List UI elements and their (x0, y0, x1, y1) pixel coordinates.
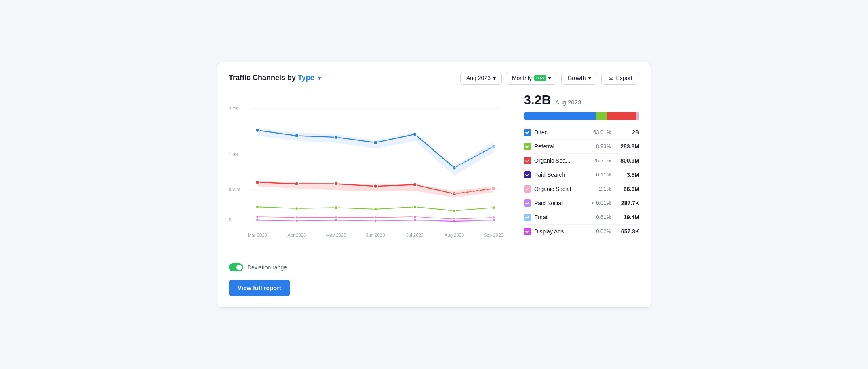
chart-area: 3.7B 1.9B 950M 0 Mar 2023 Apr 2023 May 2… (229, 93, 514, 296)
dot-social-jun (374, 216, 377, 219)
legend-item-name: Referral (534, 143, 586, 150)
legend-item[interactable]: Organic Sea...25.21%800.9M (524, 154, 639, 168)
dot-referral-may (335, 206, 338, 209)
chevron-down-icon: ▾ (493, 75, 496, 81)
legend-item[interactable]: Display Ads0.02%657.3K (524, 225, 639, 238)
legend-item[interactable]: Email0.61%19.4M (524, 210, 639, 225)
dot-direct-sep (492, 144, 495, 148)
legend-item-pct: < 0.01% (586, 200, 611, 206)
dot-referral-apr (295, 207, 299, 210)
stacked-bar-segment (596, 112, 607, 120)
dot-direct-mar (255, 128, 259, 132)
x-label-may: May 2023 (326, 233, 346, 238)
legend-items: Direct63.01%2BReferral8.93%283.8MOrganic… (524, 125, 639, 238)
dot-organic-jul (413, 182, 417, 186)
legend-item-pct: 25.21% (586, 157, 611, 163)
total-date: Aug 2023 (555, 99, 581, 106)
dot-organic-mar (255, 180, 259, 184)
legend-item[interactable]: Referral8.93%283.8M (524, 140, 639, 154)
dot-social-mar (256, 215, 259, 218)
period-dropdown[interactable]: Monthly new ▾ (506, 72, 557, 85)
legend-item-value: 800.9M (611, 157, 639, 164)
y-label-3.7b: 3.7B (229, 106, 238, 111)
dot-social-jul (413, 215, 416, 218)
legend-item[interactable]: Direct63.01%2B (524, 125, 639, 140)
chevron-down-icon[interactable]: ▾ (318, 75, 321, 81)
date-dropdown[interactable]: Aug 2023 ▾ (460, 72, 502, 85)
legend-item-value: 19.4M (611, 214, 639, 221)
toggle-slider (229, 263, 243, 271)
dot-referral-jun (374, 208, 377, 211)
dot-referral-mar (256, 205, 259, 208)
dot-direct-may (334, 135, 338, 139)
main-card: Traffic Channels by Type ▾ Aug 2023 ▾ Mo… (217, 62, 651, 308)
title-type: Type (298, 74, 314, 82)
x-label-jul: Jul 2023 (406, 233, 423, 238)
title-prefix: Traffic Channels by (229, 74, 296, 82)
body: 3.7B 1.9B 950M 0 Mar 2023 Apr 2023 May 2… (229, 93, 639, 296)
legend-item-value: 3.5M (611, 172, 639, 178)
stacked-bar-segment (524, 112, 596, 120)
stacked-bar-segment (607, 112, 636, 120)
page-title: Traffic Channels by Type ▾ (229, 74, 321, 82)
export-icon (608, 75, 614, 81)
legend-item-pct: 0.61% (586, 214, 611, 220)
chevron-down-icon: ▾ (588, 75, 591, 81)
dot-referral-sep (492, 206, 495, 209)
date-label: Aug 2023 (466, 75, 491, 81)
export-button[interactable]: Export (601, 72, 639, 85)
legend-checkbox[interactable] (524, 171, 531, 178)
legend-item-value: 2B (611, 129, 639, 136)
dot-referral-aug (453, 209, 456, 212)
legend-item[interactable]: Organic Social2.1%66.6M (524, 182, 639, 196)
legend-item-name: Organic Sea... (534, 157, 586, 164)
line-chart: 3.7B 1.9B 950M 0 Mar 2023 Apr 2023 May 2… (229, 93, 504, 254)
legend-panel: 3.2B Aug 2023 Direct63.01%2BReferral8.93… (514, 93, 639, 296)
y-label-0: 0 (229, 217, 231, 222)
deviation-toggle[interactable] (229, 263, 243, 271)
new-badge: new (534, 75, 546, 81)
growth-dropdown[interactable]: Growth ▾ (561, 72, 597, 85)
x-label-aug: Aug 2023 (445, 233, 464, 238)
x-label-sep: Sep 2023 (484, 233, 504, 238)
legend-checkbox[interactable] (524, 185, 531, 193)
x-label-jun: Jun 2023 (366, 233, 385, 238)
x-label-mar: Mar 2023 (248, 233, 267, 238)
dot-organic-apr (295, 182, 299, 185)
legend-checkbox[interactable] (524, 143, 531, 150)
legend-item-pct: 0.02% (586, 228, 611, 234)
legend-checkbox[interactable] (524, 214, 531, 221)
legend-item-pct: 63.01% (586, 129, 611, 135)
deviation-label: Deviation range (247, 264, 287, 271)
dot-direct-jul (413, 132, 417, 136)
legend-checkbox[interactable] (524, 228, 531, 235)
legend-checkbox[interactable] (524, 157, 531, 164)
view-full-report-button[interactable]: View full report (229, 280, 290, 296)
x-label-apr: Apr 2023 (287, 233, 306, 238)
legend-item-name: Paid Social (534, 200, 586, 206)
legend-item-name: Direct (534, 129, 586, 136)
dot-referral-jul (413, 205, 417, 208)
dot-social-apr (295, 216, 298, 219)
legend-item[interactable]: Paid Social< 0.01%287.7K (524, 196, 639, 210)
legend-item[interactable]: Paid Search0.11%3.5M (524, 168, 639, 182)
header-controls: Aug 2023 ▾ Monthly new ▾ Growth ▾ Export (460, 72, 639, 85)
chevron-down-icon: ▾ (548, 75, 551, 81)
export-label: Export (616, 75, 632, 81)
dot-direct-apr (295, 134, 299, 137)
growth-label: Growth (567, 75, 586, 81)
legend-item-value: 287.7K (611, 200, 639, 206)
legend-item-pct: 2.1% (586, 186, 611, 192)
dot-organic-may (334, 182, 338, 185)
legend-checkbox[interactable] (524, 129, 531, 136)
period-label: Monthly (512, 75, 532, 81)
deviation-row: Deviation range (229, 263, 504, 271)
legend-checkbox[interactable] (524, 199, 531, 207)
dot-direct-aug (452, 166, 456, 170)
y-label-950m: 950M (229, 187, 240, 191)
legend-item-name: Paid Search (534, 172, 586, 178)
legend-item-value: 66.6M (611, 186, 639, 192)
total-number: 3.2B (524, 93, 551, 107)
y-label-1.9b: 1.9B (229, 152, 238, 157)
legend-item-pct: 0.11% (586, 172, 611, 178)
